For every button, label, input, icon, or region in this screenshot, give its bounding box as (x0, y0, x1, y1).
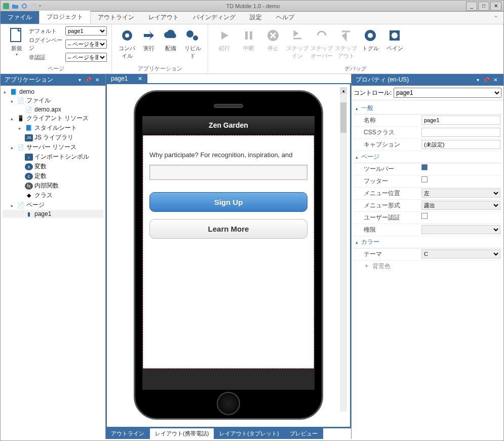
stepout-button: ステップアウト (334, 26, 358, 61)
tree-page1[interactable]: ▮page1 (3, 210, 103, 218)
control-select[interactable]: page1 (394, 88, 501, 98)
prop-theme-select[interactable]: C (421, 249, 500, 259)
dropdown-icon[interactable]: ▾ (79, 77, 81, 83)
scroll-up-icon[interactable]: ▴ (340, 87, 347, 94)
continue-button: 続行 (212, 26, 237, 53)
close-button[interactable]: ✕ (490, 2, 501, 11)
new-icon (9, 27, 25, 44)
prop-cssclass-input[interactable] (421, 128, 500, 137)
panel-close-icon[interactable]: ✕ (493, 77, 497, 83)
svg-point-6 (186, 30, 193, 38)
login-page-select[interactable]: – ページを選択 – (65, 40, 107, 49)
open-icon[interactable] (12, 3, 19, 10)
tree-classes[interactable]: ◆クラス (3, 191, 103, 200)
default-page-select[interactable]: page1 (65, 26, 107, 35)
panel-close-icon[interactable]: ✕ (95, 77, 99, 83)
doc-tab-page1[interactable]: page1✕ (106, 74, 147, 83)
vertical-scrollbar[interactable]: ▴ (340, 87, 347, 412)
prop-footer-check[interactable] (421, 176, 428, 182)
tab-layout-tablet[interactable]: レイアウト(タブレット) (214, 428, 284, 439)
prop-name-input[interactable] (421, 116, 500, 125)
cloud-icon (163, 27, 179, 44)
folder-icon: 📄 (17, 97, 25, 104)
tree-consts[interactable]: c定数 (3, 171, 103, 181)
view-tabs: アウトライン レイアウト(携帯電話) レイアウト(タブレット) プレビュー (106, 428, 351, 439)
prop-toolbar-check[interactable] (421, 164, 428, 170)
prop-caption-input[interactable] (421, 140, 500, 149)
prop-menupos-label: メニュー位置 (354, 188, 420, 199)
control-label: コントロール: (354, 89, 392, 97)
save-icon[interactable] (30, 3, 37, 10)
tab-layout-phone[interactable]: レイアウト(携帯電話) (150, 428, 214, 439)
pin-icon[interactable]: 📌 (85, 77, 91, 83)
app-panel-header: アプリケーション ▾ 📌 ✕ (1, 74, 105, 86)
cat-general[interactable]: ▴一般 (354, 102, 501, 115)
prop-footer-label: フッター (354, 175, 420, 187)
tree-root[interactable]: ▴📘demo (3, 88, 103, 96)
tree-server[interactable]: ▴📄サーバー リソース (3, 142, 103, 152)
tab-outline[interactable]: アウトライン (106, 428, 150, 439)
tree-demoapx[interactable]: 📄demo.apx (3, 105, 103, 114)
pin-icon[interactable]: 📌 (483, 77, 489, 83)
svg-rect-2 (30, 3, 36, 9)
prop-menutype-select[interactable]: 露出 (421, 201, 500, 210)
menu-project[interactable]: プロジェクト (39, 10, 91, 24)
toggle-icon (362, 27, 378, 44)
noauth-page-select[interactable]: – ページを選択 – (65, 53, 107, 62)
tab-preview[interactable]: プレビュー (285, 428, 323, 439)
app-group-label: アプリケーション (116, 65, 204, 72)
scroll-thumb[interactable] (340, 102, 346, 133)
arrow-right-icon (141, 27, 157, 44)
deploy-button[interactable]: 配備 (160, 26, 182, 53)
collapse-ribbon-icon[interactable]: ⌃ (488, 13, 503, 24)
phone-speaker (214, 104, 243, 108)
learnmore-button[interactable]: Learn More (149, 219, 307, 239)
menu-file[interactable]: ファイル (1, 11, 39, 24)
toggle-button[interactable]: トグル (358, 26, 382, 53)
application-panel: アプリケーション ▾ 📌 ✕ ▴📘demo ▴📄ファイル 📄demo.apx ▴… (1, 74, 106, 439)
menu-settings[interactable]: 設定 (243, 11, 269, 24)
tree-stylesheet[interactable]: ▸📘スタイルシート (3, 123, 103, 133)
tab-close-icon[interactable]: ✕ (138, 76, 142, 82)
tree-jslib[interactable]: JSJS ライブラリ (3, 133, 103, 142)
compile-button[interactable]: コンパイル (116, 26, 138, 61)
signup-button[interactable]: Sign Up (149, 192, 307, 212)
tree-files[interactable]: ▴📄ファイル (3, 96, 103, 105)
prop-menupos-select[interactable]: 左 (421, 189, 500, 198)
prop-menutype-label: メニュー形式 (354, 200, 420, 211)
prop-userauth-check[interactable] (421, 213, 428, 219)
tree-vars[interactable]: x変数 (3, 162, 103, 171)
noauth-page-label: 非認証 (29, 54, 63, 61)
refresh-icon[interactable] (21, 3, 28, 10)
cat-page[interactable]: ▴ページ (354, 151, 501, 163)
rebuild-button[interactable]: リビルド (182, 26, 204, 61)
class-icon: ◆ (25, 192, 33, 199)
maximize-button[interactable]: □ (478, 2, 489, 11)
body-text[interactable]: Why participate? For recognition, inspir… (149, 151, 307, 159)
new-button[interactable]: 新規 ▾ (5, 26, 29, 58)
app-header[interactable]: Zen Garden (142, 116, 315, 135)
pane-button[interactable]: ペイン (382, 26, 407, 53)
menu-help[interactable]: ヘルプ (269, 11, 301, 24)
page-icon: ▮ (25, 210, 33, 217)
prop-perm-select[interactable] (421, 225, 500, 234)
run-button[interactable]: 実行 (138, 26, 160, 53)
tree-pages[interactable]: ▴📄ページ (3, 200, 103, 210)
app-body[interactable]: Why participate? For recognition, inspir… (143, 135, 314, 369)
tree-import[interactable]: ↓インポートシンボル (3, 152, 103, 162)
text-input[interactable] (149, 165, 307, 180)
cat-color[interactable]: ▴カラー (354, 236, 501, 248)
pause-icon (241, 27, 257, 44)
minimize-button[interactable]: _ (466, 2, 477, 11)
project-tree: ▴📘demo ▴📄ファイル 📄demo.apx ▴📱クライアント リソース ▸📘… (1, 86, 105, 220)
tree-client[interactable]: ▴📱クライアント リソース (3, 114, 103, 123)
prop-perm-label: 権限 (354, 224, 420, 236)
prop-bgcolor-add[interactable]: +背景色 (354, 261, 501, 272)
svg-rect-8 (245, 31, 248, 40)
menu-binding[interactable]: バインディング (186, 11, 243, 24)
menu-outline[interactable]: アウトライン (91, 11, 141, 24)
menu-layout[interactable]: レイアウト (141, 11, 186, 24)
tree-intfunc[interactable]: fx内部関数 (3, 181, 103, 191)
dropdown-icon[interactable]: ▾ (477, 77, 479, 83)
prop-toolbar-label: ツールバー (354, 163, 420, 175)
